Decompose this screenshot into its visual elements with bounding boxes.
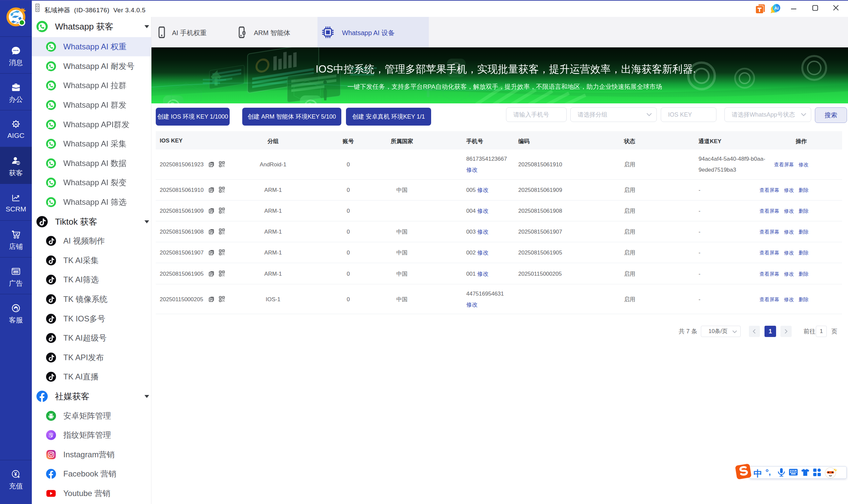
svg-text:ADS: ADS — [14, 271, 18, 273]
svg-text:AI: AI — [14, 123, 17, 126]
svg-text:Ai: Ai — [774, 6, 779, 11]
